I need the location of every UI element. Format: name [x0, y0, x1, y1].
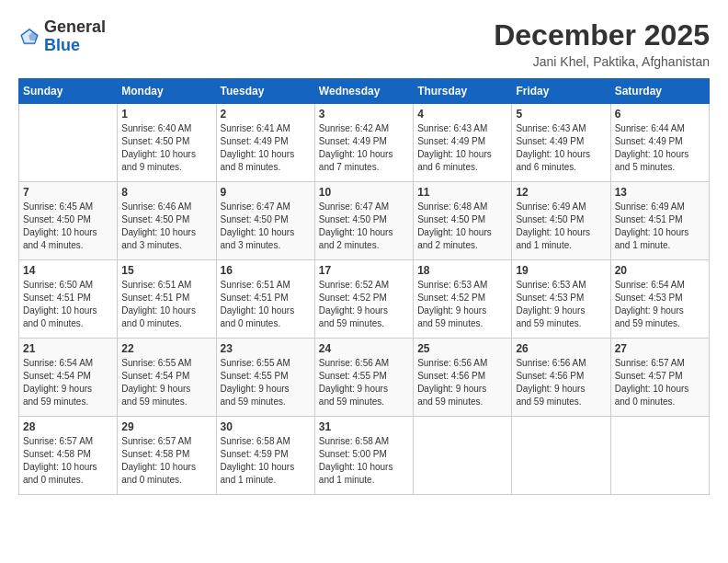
calendar-week-row: 1Sunrise: 6:40 AMSunset: 4:50 PMDaylight… [19, 104, 710, 182]
day-info-line: and 4 minutes. [23, 240, 84, 250]
calendar-cell: 5Sunrise: 6:43 AMSunset: 4:49 PMDaylight… [512, 104, 610, 182]
day-info-line: and 7 minutes. [319, 162, 380, 172]
day-number: 8 [121, 186, 211, 199]
day-info: Sunrise: 6:41 AMSunset: 4:49 PMDaylight:… [221, 122, 311, 174]
day-info-line: Sunrise: 6:58 AM [221, 436, 290, 446]
day-number: 12 [516, 186, 606, 199]
calendar-cell: 21Sunrise: 6:54 AMSunset: 4:54 PMDayligh… [19, 339, 118, 417]
day-info-line: and 1 minute. [615, 240, 671, 250]
day-info-line: Sunrise: 6:44 AM [615, 123, 685, 133]
day-info-line: and 0 minutes. [221, 318, 281, 328]
column-header-wednesday: Wednesday [314, 79, 413, 104]
calendar-cell: 27Sunrise: 6:57 AMSunset: 4:57 PMDayligh… [610, 339, 709, 417]
day-info: Sunrise: 6:52 AMSunset: 4:52 PMDaylight:… [319, 279, 409, 330]
month-title: December 2025 [494, 18, 710, 52]
calendar-cell: 22Sunrise: 6:55 AMSunset: 4:54 PMDayligh… [118, 339, 216, 417]
day-info: Sunrise: 6:56 AMSunset: 4:56 PMDaylight:… [417, 357, 507, 408]
day-info-line: Sunset: 4:49 PM [516, 136, 584, 146]
day-info-line: Sunrise: 6:43 AM [417, 123, 487, 133]
day-info-line: and 59 minutes. [319, 318, 384, 328]
day-info-line: and 0 minutes. [23, 475, 84, 485]
day-info-line: Daylight: 10 hours [319, 149, 393, 159]
calendar-week-row: 21Sunrise: 6:54 AMSunset: 4:54 PMDayligh… [19, 339, 710, 417]
day-info-line: Daylight: 10 hours [121, 149, 196, 159]
day-info-line: Sunset: 4:55 PM [221, 371, 289, 381]
column-header-sunday: Sunday [19, 79, 118, 104]
calendar-cell: 13Sunrise: 6:49 AMSunset: 4:51 PMDayligh… [610, 182, 709, 260]
day-info-line: Daylight: 9 hours [516, 384, 585, 394]
day-info-line: Sunrise: 6:55 AM [121, 358, 191, 368]
day-info: Sunrise: 6:57 AMSunset: 4:58 PMDaylight:… [121, 435, 211, 487]
day-info: Sunrise: 6:48 AMSunset: 4:50 PMDaylight:… [417, 201, 507, 252]
day-info-line: Sunset: 4:50 PM [121, 214, 189, 224]
day-info-line: Daylight: 10 hours [121, 305, 196, 316]
day-info-line: Sunrise: 6:47 AM [319, 201, 389, 212]
day-info-line: Sunset: 4:52 PM [319, 293, 387, 303]
day-info-line: Daylight: 10 hours [417, 149, 492, 159]
day-info-line: Sunset: 4:53 PM [615, 293, 683, 303]
day-info: Sunrise: 6:47 AMSunset: 4:50 PMDaylight:… [221, 201, 311, 252]
calendar-week-row: 14Sunrise: 6:50 AMSunset: 4:51 PMDayligh… [19, 260, 710, 339]
day-info-line: Sunrise: 6:53 AM [417, 280, 487, 290]
day-info-line: Sunset: 4:54 PM [23, 371, 91, 381]
day-info-line: Sunrise: 6:57 AM [121, 436, 191, 446]
day-info-line: Sunrise: 6:55 AM [221, 358, 290, 368]
day-info: Sunrise: 6:50 AMSunset: 4:51 PMDaylight:… [23, 279, 113, 330]
day-info-line: and 0 minutes. [121, 318, 182, 328]
day-info-line: Sunrise: 6:49 AM [516, 201, 586, 212]
day-number: 6 [615, 108, 705, 121]
day-info-line: and 6 minutes. [516, 162, 576, 172]
day-info-line: Daylight: 10 hours [319, 462, 393, 472]
day-info-line: Sunset: 4:49 PM [417, 136, 485, 146]
day-info-line: Sunset: 4:51 PM [121, 293, 189, 303]
calendar-cell: 18Sunrise: 6:53 AMSunset: 4:52 PMDayligh… [414, 260, 512, 339]
day-info: Sunrise: 6:56 AMSunset: 4:56 PMDaylight:… [516, 357, 606, 408]
day-info-line: Sunset: 4:50 PM [121, 136, 189, 146]
calendar-cell: 20Sunrise: 6:54 AMSunset: 4:53 PMDayligh… [610, 260, 709, 339]
day-info-line: and 59 minutes. [516, 396, 581, 407]
day-info: Sunrise: 6:51 AMSunset: 4:51 PMDaylight:… [121, 279, 211, 330]
day-number: 10 [319, 186, 409, 199]
day-info-line: Sunrise: 6:40 AM [121, 123, 191, 133]
calendar-week-row: 7Sunrise: 6:45 AMSunset: 4:50 PMDaylight… [19, 182, 710, 260]
day-info-line: Sunset: 4:51 PM [221, 293, 289, 303]
day-info-line: Sunset: 5:00 PM [319, 449, 387, 459]
day-info-line: Sunrise: 6:54 AM [23, 358, 93, 368]
day-info-line: and 1 minute. [516, 240, 572, 250]
day-number: 4 [417, 108, 507, 121]
day-info-line: Sunset: 4:56 PM [516, 371, 584, 381]
logo-text: General Blue [44, 18, 106, 55]
day-info-line: Sunset: 4:50 PM [516, 214, 584, 224]
day-info-line: and 59 minutes. [121, 396, 187, 407]
day-info: Sunrise: 6:49 AMSunset: 4:50 PMDaylight:… [516, 201, 606, 252]
day-info-line: Daylight: 10 hours [23, 305, 97, 316]
day-info-line: Sunset: 4:50 PM [23, 214, 91, 224]
day-info-line: Sunset: 4:51 PM [23, 293, 91, 303]
day-info-line: and 59 minutes. [615, 318, 680, 328]
day-info-line: Sunset: 4:50 PM [221, 214, 289, 224]
day-info-line: Sunrise: 6:47 AM [221, 201, 290, 212]
day-info: Sunrise: 6:47 AMSunset: 4:50 PMDaylight:… [319, 201, 409, 252]
day-info: Sunrise: 6:58 AMSunset: 5:00 PMDaylight:… [319, 435, 409, 487]
page-header: General Blue December 2025 Jani Khel, Pa… [18, 18, 710, 69]
day-info-line: Daylight: 9 hours [23, 384, 92, 394]
calendar-cell: 8Sunrise: 6:46 AMSunset: 4:50 PMDaylight… [118, 182, 216, 260]
day-info-line: Sunset: 4:55 PM [319, 371, 387, 381]
logo-icon [18, 26, 40, 48]
day-info-line: and 0 minutes. [23, 318, 84, 328]
day-number: 16 [221, 264, 311, 277]
day-info-line: Sunrise: 6:51 AM [121, 280, 191, 290]
calendar-cell [610, 417, 709, 495]
logo: General Blue [18, 18, 106, 55]
day-info-line: Sunrise: 6:46 AM [121, 201, 191, 212]
day-info: Sunrise: 6:58 AMSunset: 4:59 PMDaylight:… [221, 435, 311, 487]
calendar-cell: 4Sunrise: 6:43 AMSunset: 4:49 PMDaylight… [414, 104, 512, 182]
day-number: 3 [319, 108, 409, 121]
day-info: Sunrise: 6:44 AMSunset: 4:49 PMDaylight:… [615, 122, 705, 174]
day-number: 15 [121, 264, 211, 277]
day-info-line: and 59 minutes. [319, 396, 384, 407]
day-info-line: Sunrise: 6:56 AM [417, 358, 487, 368]
day-info: Sunrise: 6:53 AMSunset: 4:53 PMDaylight:… [516, 279, 606, 330]
calendar-table: SundayMondayTuesdayWednesdayThursdayFrid… [18, 78, 710, 495]
day-number: 27 [615, 342, 705, 355]
